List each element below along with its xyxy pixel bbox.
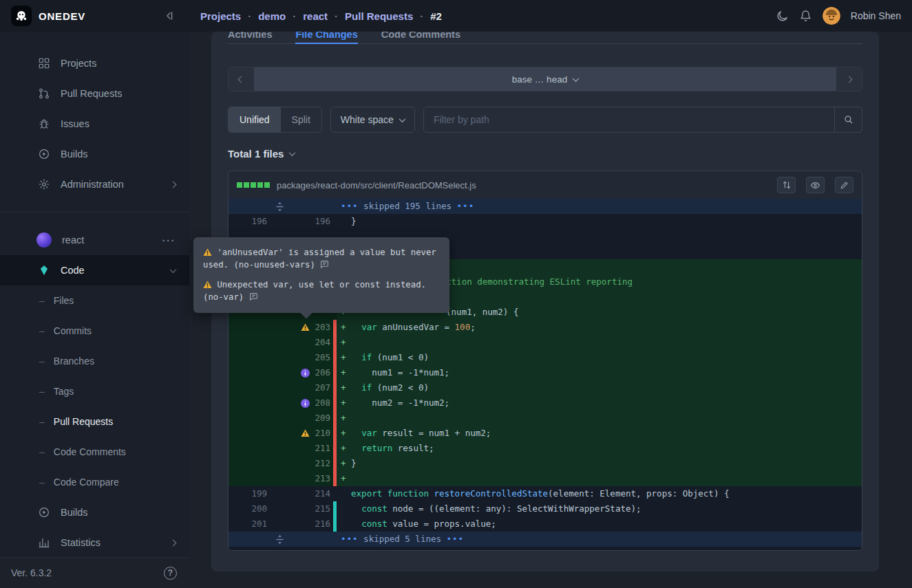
breadcrumb-item-projects[interactable]: Projects: [200, 10, 241, 22]
sidebar-subitem-label: Files: [54, 295, 74, 306]
tab-file-changes[interactable]: File Changes: [295, 32, 357, 40]
new-line-number: 205: [312, 350, 330, 365]
sidebar-subitem-label: Commits: [54, 325, 92, 336]
gutter-icon-slot: [297, 516, 312, 532]
sidebar-subitem-tags[interactable]: –Tags: [0, 376, 189, 406]
breadcrumb-item-react[interactable]: react: [303, 10, 328, 22]
breadcrumb-item--2: #2: [430, 10, 442, 22]
diff-expand-row: ••• skipped 5 lines •••: [229, 532, 862, 547]
old-line-number: 199: [229, 486, 267, 501]
diffstat-add-block: [237, 182, 242, 188]
more-options-icon[interactable]: ···: [162, 235, 176, 246]
sidebar-subitem-code-compare[interactable]: –Code Compare: [0, 467, 189, 497]
range-prev-button[interactable]: [229, 67, 254, 91]
code-line: +: [337, 411, 862, 426]
edit-file-button[interactable]: [835, 177, 853, 193]
range-next-button[interactable]: [836, 67, 862, 91]
whitespace-dropdown[interactable]: White space: [330, 107, 415, 133]
search-button[interactable]: [834, 107, 862, 132]
sidebar-item-react-project[interactable]: react ···: [0, 225, 189, 255]
sidebar-nav: ProjectsPull RequestsIssuesBuildsAdminis…: [0, 48, 189, 199]
sidebar-subitem-label: Tags: [54, 386, 74, 397]
commit-range-bar: base … head: [228, 67, 862, 91]
tab-code-comments[interactable]: Code Comments: [381, 32, 460, 40]
view-file-button[interactable]: [806, 177, 825, 193]
diff-expand-row: ••• skipped 195 lines •••: [229, 199, 862, 214]
diff-mode-toggle: Unified Split: [228, 107, 322, 133]
sidebar-item-label: Code: [61, 265, 160, 276]
user-name[interactable]: Robin Shen: [851, 10, 901, 21]
diff-card: packages/react-dom/src/client/ReactDOMSe…: [228, 171, 862, 551]
filter-path-input[interactable]: [424, 107, 834, 132]
play-circle-icon: [38, 506, 50, 519]
tab-activities[interactable]: Activities: [228, 32, 272, 40]
split-button[interactable]: Split: [281, 107, 321, 132]
diff-row: 212+ }: [229, 456, 862, 471]
warning-icon[interactable]: [297, 426, 312, 441]
pull-request-icon: [38, 87, 50, 100]
tab-bar: ActivitiesFile ChangesCode Comments: [228, 32, 862, 44]
breadcrumb-separator: ·: [420, 10, 423, 22]
code-line: + if (num2 < 0): [337, 380, 862, 395]
gutter-icon-slot: [297, 486, 312, 501]
sidebar-item-projects[interactable]: Projects: [0, 48, 189, 78]
sidebar: ProjectsPull RequestsIssuesBuildsAdminis…: [0, 32, 189, 588]
gutter-icon-slot: [297, 350, 312, 365]
play-circle-icon: [38, 148, 50, 160]
diff-row: 208+ num2 = -1*num2;: [229, 395, 862, 411]
old-line-number: [229, 320, 267, 335]
jump-to-change-button[interactable]: [777, 177, 796, 193]
warning-icon[interactable]: [297, 320, 312, 335]
new-line-number: 212: [312, 456, 330, 471]
unified-button[interactable]: Unified: [229, 107, 281, 132]
diffstat-blocks: [237, 182, 270, 188]
sidebar-item-label: Builds: [61, 507, 176, 518]
sidebar-subitem-files[interactable]: –Files: [0, 285, 189, 316]
sidebar-subitem-branches[interactable]: –Branches: [0, 346, 189, 376]
info-icon[interactable]: [297, 365, 312, 380]
new-line-number: 211: [312, 441, 330, 456]
expand-lines-icon[interactable]: [276, 535, 284, 544]
sidebar-item-pull-requests[interactable]: Pull Requests: [0, 78, 189, 109]
code-line: const node = ((element: any): SelectWith…: [337, 501, 862, 516]
sidebar-item-code[interactable]: Code: [0, 255, 189, 285]
notifications-icon[interactable]: [799, 10, 812, 23]
code-line: +: [337, 471, 862, 486]
range-selector[interactable]: base … head: [254, 67, 836, 91]
diff-row: 204+: [229, 335, 862, 350]
sidebar-subitem-pull-requests[interactable]: –Pull Requests: [0, 406, 189, 437]
old-line-number: 201: [229, 516, 267, 532]
add-comment-icon[interactable]: [249, 292, 258, 302]
total-files-toggle[interactable]: Total 1 files: [228, 148, 862, 160]
old-line-number: [229, 380, 267, 395]
diffstat-add-block: [264, 182, 270, 188]
total-files-label: Total 1 files: [228, 148, 284, 160]
sidebar-item-issues[interactable]: Issues: [0, 109, 189, 139]
old-line-number: [229, 335, 267, 350]
sidebar-item-builds[interactable]: Builds: [0, 497, 189, 527]
code-line: + var anUnusedVar = 100;: [337, 320, 862, 335]
dark-mode-moon-icon[interactable]: [776, 10, 789, 23]
chevron-down-icon: [289, 149, 296, 156]
help-icon[interactable]: ?: [164, 567, 177, 580]
chevron-right-icon: [170, 181, 177, 188]
sidebar-item-label: Issues: [61, 118, 176, 129]
expand-lines-icon[interactable]: [276, 202, 284, 211]
sidebar-item-administration[interactable]: Administration: [0, 169, 189, 199]
sidebar-item-builds[interactable]: Builds: [0, 139, 189, 169]
breadcrumb-item-demo[interactable]: demo: [258, 10, 286, 22]
add-comment-icon[interactable]: [320, 260, 329, 270]
sidebar-item-statistics[interactable]: Statistics: [0, 527, 189, 557]
sidebar-subitem-code-comments[interactable]: –Code Comments: [0, 437, 189, 467]
sidebar-subitem-label: Code Compare: [54, 477, 119, 488]
user-avatar[interactable]: [823, 7, 840, 25]
collapse-sidebar-icon[interactable]: [162, 9, 176, 23]
breadcrumb-item-pull-requests[interactable]: Pull Requests: [345, 10, 413, 22]
skipped-lines-label: ••• skipped 5 lines •••: [337, 532, 862, 547]
diff-row: 201216 const value = props.value;: [229, 516, 862, 532]
old-line-number: 200: [229, 501, 267, 516]
sidebar-subitem-commits[interactable]: –Commits: [0, 316, 189, 346]
gear-icon: [38, 178, 50, 190]
info-icon[interactable]: [297, 395, 312, 411]
chevron-left-icon: [238, 76, 245, 83]
